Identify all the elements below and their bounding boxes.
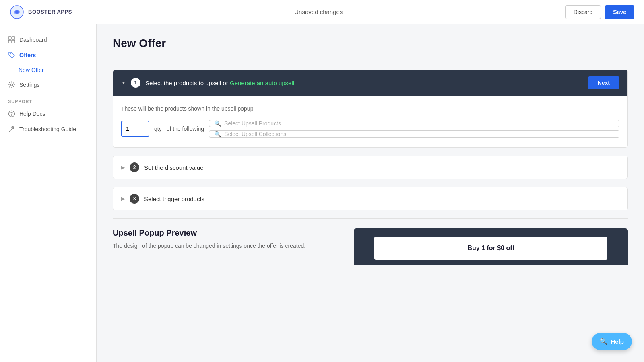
sidebar-item-offers[interactable]: Offers — [0, 47, 96, 63]
step-3-header[interactable]: ▶ 3 Select trigger products — [113, 187, 627, 210]
sidebar-item-label: Help Docs — [19, 111, 45, 117]
question-icon — [8, 110, 15, 117]
logo-area: BOOSTER APPS — [10, 5, 72, 19]
search-icon: 🔍 — [214, 131, 221, 137]
logo-text: BOOSTER APPS — [28, 9, 72, 15]
step-3-title: Select trigger products — [144, 195, 204, 202]
unsaved-text: Unsaved changes — [294, 8, 343, 15]
preview-right: Buy 1 for $0 off — [354, 228, 628, 265]
support-section-label: SUPPORT — [0, 93, 96, 106]
sidebar: Dashboard Offers New Offer Settings S — [0, 24, 97, 362]
svg-point-1 — [15, 10, 19, 14]
search-col: 🔍 Select Upsell Products 🔍 Select Upsell… — [209, 120, 619, 138]
step-3-number: 3 — [130, 194, 139, 204]
qty-label: qty — [154, 125, 162, 132]
step-1-number: 1 — [131, 78, 140, 88]
step-1-title: Select the products to upsell or Generat… — [145, 80, 294, 86]
svg-rect-4 — [8, 40, 11, 43]
step-1-header-left: ▼ 1 Select the products to upsell or Gen… — [121, 78, 294, 88]
step-1-card: ▼ 1 Select the products to upsell or Gen… — [113, 70, 628, 148]
step-2-title: Set the discount value — [144, 164, 204, 171]
preview-description: The design of the popup can be changed i… — [113, 243, 341, 249]
step-1-body: These will be the products shown in the … — [113, 96, 627, 147]
step-2-card: ▶ 2 Set the discount value — [113, 156, 628, 179]
step-1-description: These will be the products shown in the … — [121, 105, 619, 112]
sidebar-item-label: Offers — [19, 52, 36, 58]
collection-search-input[interactable]: 🔍 Select Upsell Collections — [209, 130, 619, 138]
qty-of-label: of the following — [167, 125, 204, 132]
preview-title: Upsell Popup Preview — [113, 228, 341, 238]
search-icon: 🔍 — [214, 120, 221, 127]
tag-icon — [8, 51, 15, 59]
preview-divider — [113, 218, 628, 219]
qty-input[interactable] — [121, 121, 149, 137]
step-1-auto-upsell-link[interactable]: Generate an auto upsell — [230, 80, 294, 86]
main-content: New Offer ▼ 1 Select the products to ups… — [97, 24, 644, 362]
svg-point-9 — [11, 115, 12, 116]
sidebar-item-label: New Offer — [19, 67, 44, 73]
help-search-icon: 🔍 — [600, 338, 607, 345]
step-2-header-left: ▶ 2 Set the discount value — [121, 162, 204, 172]
topbar-actions: Discard Save — [565, 5, 634, 19]
preview-section: Upsell Popup Preview The design of the p… — [113, 228, 628, 265]
save-button[interactable]: Save — [605, 5, 634, 19]
step-1-next-button[interactable]: Next — [588, 76, 619, 89]
product-search-input[interactable]: 🔍 Select Upsell Products — [209, 120, 619, 127]
svg-rect-3 — [12, 37, 15, 39]
preview-left: Upsell Popup Preview The design of the p… — [113, 228, 341, 265]
topbar: BOOSTER APPS Unsaved changes Discard Sav… — [0, 0, 644, 24]
logo-icon — [10, 5, 24, 19]
svg-rect-5 — [12, 40, 15, 43]
step-2-header[interactable]: ▶ 2 Set the discount value — [113, 156, 627, 179]
product-placeholder: Select Upsell Products — [224, 120, 281, 127]
help-button[interactable]: 🔍 Help — [592, 333, 632, 350]
sidebar-nav: Dashboard Offers New Offer Settings S — [0, 32, 96, 354]
sidebar-item-dashboard[interactable]: Dashboard — [0, 32, 96, 47]
qty-row: qty of the following 🔍 Select Upsell Pro… — [121, 120, 619, 138]
step-1-header[interactable]: ▼ 1 Select the products to upsell or Gen… — [113, 70, 627, 96]
svg-point-6 — [10, 53, 11, 54]
step-3-card: ▶ 3 Select trigger products — [113, 187, 628, 210]
step-1-title-prefix: Select the products to upsell or — [145, 80, 230, 86]
grid-icon — [8, 36, 15, 43]
discard-button[interactable]: Discard — [565, 5, 601, 19]
sidebar-item-help-docs[interactable]: Help Docs — [0, 106, 96, 121]
svg-rect-2 — [8, 37, 11, 39]
sidebar-item-label: Dashboard — [19, 37, 47, 43]
sidebar-item-troubleshooting[interactable]: Troubleshooting Guide — [0, 121, 96, 137]
sidebar-item-label: Settings — [19, 82, 40, 88]
page-title: New Offer — [113, 37, 628, 50]
svg-point-7 — [11, 84, 13, 86]
title-divider — [113, 60, 628, 60]
help-label: Help — [611, 338, 624, 345]
step-2-number: 2 — [130, 162, 139, 172]
preview-popup-text: Buy 1 for $0 off — [467, 245, 514, 251]
collection-placeholder: Select Upsell Collections — [224, 131, 286, 137]
step-3-chevron-icon: ▶ — [121, 196, 125, 202]
sidebar-item-settings[interactable]: Settings — [0, 77, 96, 93]
layout: Dashboard Offers New Offer Settings S — [0, 24, 644, 362]
sidebar-item-new-offer[interactable]: New Offer — [0, 63, 96, 77]
sidebar-item-label: Troubleshooting Guide — [19, 126, 76, 132]
tool-icon — [8, 125, 15, 133]
step-3-header-left: ▶ 3 Select trigger products — [121, 194, 204, 204]
gear-icon — [8, 81, 15, 88]
step-2-chevron-icon: ▶ — [121, 165, 125, 170]
preview-popup: Buy 1 for $0 off — [374, 237, 607, 260]
step-1-chevron-icon: ▼ — [121, 80, 126, 86]
